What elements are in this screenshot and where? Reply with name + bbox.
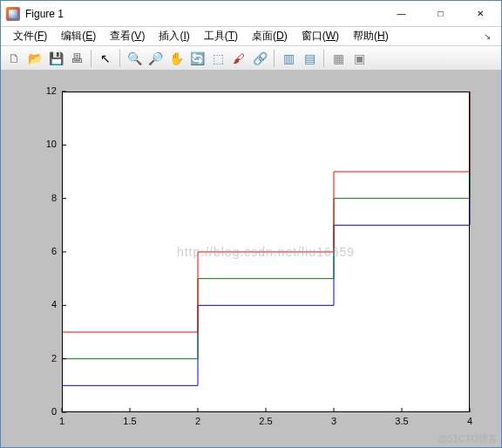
menu-d[interactable]: 桌面(D) [245,27,295,45]
colorbar-icon[interactable]: ▥ [279,49,298,68]
xtick-label: 1 [53,416,71,426]
print-icon[interactable]: 🖶 [67,49,86,68]
ytick-label: 0 [36,406,57,417]
menubar: 文件(F)编辑(E)查看(V)插入(I)工具(T)桌面(D)窗口(W)帮助(H)… [1,27,501,46]
menu-overflow-icon[interactable]: ↘ [478,30,496,43]
xtick-label: 1.5 [121,416,139,426]
figure-area[interactable]: http://blog.csdn.net/liu16659 11.522.533… [1,71,501,447]
ytick-label: 4 [36,299,57,309]
xtick-label: 3.5 [393,416,410,426]
open-icon[interactable]: 📂 [25,49,44,68]
menu-t[interactable]: 工具(T) [197,27,245,45]
menu-i[interactable]: 插入(I) [152,27,196,45]
stairs-series-blue [62,92,470,385]
xtick-label: 4 [461,416,478,426]
show-tools-icon[interactable]: ▣ [349,49,369,68]
brush-icon[interactable]: 🖌 [229,49,248,68]
pan-icon[interactable]: ✋ [166,49,186,68]
save-icon[interactable]: 💾 [46,49,65,68]
new-figure-icon[interactable]: 🗋 [4,49,24,68]
title-bar[interactable]: Figure 1 — □ ✕ [1,1,501,27]
ytick-label: 2 [36,353,57,363]
matlab-icon [6,7,20,21]
close-button[interactable]: ✕ [460,1,499,26]
rotate-icon[interactable]: 🔄 [187,49,207,68]
toolbar-separator [274,50,275,67]
hide-tools-icon[interactable]: ▦ [329,49,348,68]
zoom-out-icon[interactable]: 🔎 [146,49,165,68]
data-cursor-icon[interactable]: ⬚ [208,49,227,68]
ytick-label: 6 [36,246,57,256]
menu-v[interactable]: 查看(V) [103,27,152,45]
plot-svg [62,92,470,412]
maximize-button[interactable]: □ [421,1,460,26]
xtick-label: 2.5 [257,416,275,426]
toolbar-separator [119,50,120,67]
ytick-label: 12 [36,85,57,96]
axes[interactable]: http://blog.csdn.net/liu16659 11.522.533… [62,92,470,412]
edit-plot-icon[interactable]: ↖ [96,49,115,68]
stairs-series-red [62,92,470,332]
xtick-label: 3 [325,416,343,426]
menu-f[interactable]: 文件(F) [6,27,54,45]
zoom-in-icon[interactable]: 🔍 [125,49,144,68]
menu-h[interactable]: 帮助(H) [346,27,396,45]
toolbar-separator [323,50,324,67]
menu-e[interactable]: 编辑(E) [54,27,103,45]
figure-window: Figure 1 — □ ✕ 文件(F)编辑(E)查看(V)插入(I)工具(T)… [0,0,502,448]
ytick-label: 8 [36,193,57,203]
left-context-text: d价etSL [0,1,1,447]
menu-w[interactable]: 窗口(W) [295,27,346,45]
xtick-label: 2 [189,416,207,426]
link-icon[interactable]: 🔗 [250,49,269,68]
ytick-label: 10 [36,139,57,149]
window-controls: — □ ✕ [382,1,499,26]
legend-icon[interactable]: ▤ [300,49,319,68]
toolbar-separator [91,50,92,67]
window-title: Figure 1 [25,8,382,20]
toolbar: 🗋📂💾🖶↖🔍🔎✋🔄⬚🖌🔗▥▤▦▣ [1,46,501,71]
minimize-button[interactable]: — [382,1,421,26]
